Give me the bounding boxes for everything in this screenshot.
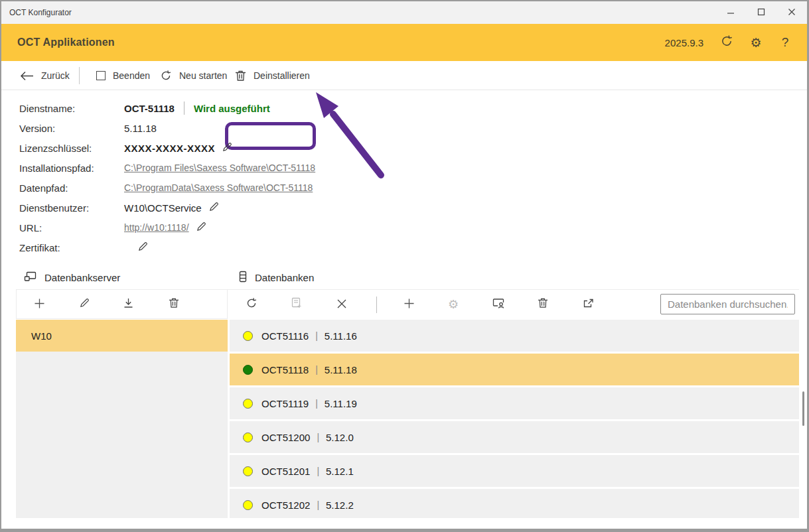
stop-service-button[interactable]: Beenden (96, 61, 150, 90)
command-toolbar: Zurück Beenden Neu starten Deinstalliere… (1, 61, 807, 90)
window-title: OCT Konfigurator (1, 8, 72, 17)
license-label: Lizenzschlüssel: (19, 143, 124, 154)
trash-icon (169, 297, 179, 312)
db-name: OCT51202 (261, 499, 310, 511)
scrollbar-thumb[interactable] (802, 391, 804, 426)
service-name-value: OCT-51118 (124, 103, 175, 114)
refresh-icon (720, 34, 733, 51)
edit-service-user-button[interactable] (208, 201, 220, 214)
refresh-databases-button[interactable] (238, 291, 265, 318)
edit-certificate-button[interactable] (137, 241, 149, 254)
delete-database-button[interactable] (530, 291, 556, 318)
back-arrow-icon (20, 71, 34, 81)
database-panel-header: Datenbanken (238, 265, 314, 289)
db-version: 5.12.2 (326, 499, 354, 511)
database-panel-title: Datenbanken (255, 272, 314, 283)
edit-server-button[interactable] (71, 291, 98, 318)
pencil-icon (208, 201, 220, 214)
data-path-label: Datenpfad: (19, 182, 124, 194)
trash-icon (235, 70, 246, 82)
database-list: OCT51116|5.11.16OCT51118|5.11.18OCT51119… (230, 320, 799, 518)
refresh-icon (246, 297, 257, 312)
settings-button[interactable]: ⚙ (743, 30, 769, 55)
detail-row-zertifikat: Zertifikat: (19, 237, 484, 257)
database-settings-button[interactable]: ⚙ (440, 291, 467, 318)
toolbar-divider (376, 297, 377, 313)
uninstall-button[interactable]: Deinstallieren (235, 61, 310, 90)
db-status-dot (243, 432, 253, 442)
back-label: Zurück (41, 70, 70, 81)
service-version-value: 5.11.18 (124, 123, 157, 134)
copy-database-button[interactable] (283, 291, 310, 318)
separator: | (317, 466, 319, 476)
server-row[interactable]: W10 (16, 320, 228, 352)
add-server-button[interactable] (26, 291, 52, 318)
server-list: W10 (16, 320, 228, 518)
separator: | (315, 330, 318, 341)
maximize-icon (757, 7, 765, 19)
edit-url-button[interactable] (196, 221, 207, 234)
close-icon (788, 7, 796, 19)
database-row[interactable]: OCT51201|5.12.1 (230, 455, 799, 487)
service-url-link[interactable]: http://w10:1118/ (124, 222, 189, 233)
toolbar-divider (79, 67, 80, 84)
share-icon (583, 298, 594, 312)
separator: | (315, 364, 318, 375)
export-database-button[interactable] (575, 291, 601, 318)
user-permissions-icon (492, 298, 505, 312)
trash-icon (538, 297, 548, 312)
db-name: OCT51118 (261, 364, 309, 375)
database-row[interactable]: OCT51200|5.12.0 (230, 421, 799, 453)
db-status-dot (243, 365, 253, 375)
page-title: OCT Applikationen (1, 36, 115, 48)
data-path-link[interactable]: C:\ProgramData\Saxess Software\OCT-51118 (124, 182, 313, 193)
delete-server-button[interactable] (161, 291, 187, 318)
pencil-icon (222, 141, 233, 155)
close-button[interactable] (776, 1, 807, 24)
uninstall-label: Deinstallieren (254, 70, 310, 81)
db-status-dot (243, 466, 253, 476)
detail-row-datenpfad: Datenpfad: C:\ProgramData\Saxess Softwar… (19, 178, 484, 198)
add-database-button[interactable] (396, 291, 422, 318)
db-name: OCT51201 (261, 466, 310, 477)
detail-row-lizenz: Lizenzschlüssel: XXXX-XXXX-XXXX (19, 138, 484, 158)
maximize-button[interactable] (746, 1, 776, 24)
version-label: Version: (19, 123, 124, 134)
database-search-input[interactable] (660, 294, 795, 314)
database-permissions-button[interactable] (485, 291, 512, 318)
url-label: URL: (19, 222, 124, 233)
detail-row-installpfad: Installationspfad: C:\Program Files\Saxe… (19, 158, 484, 178)
database-row[interactable]: OCT51118|5.11.18 (230, 354, 799, 385)
import-server-button[interactable] (115, 291, 141, 318)
refresh-button[interactable] (714, 30, 739, 55)
database-row[interactable]: OCT51202|5.12.2 (230, 489, 799, 518)
separator: | (315, 398, 318, 409)
minimize-button[interactable] (715, 1, 746, 24)
db-name: OCT51116 (261, 330, 309, 342)
server-panel-title: Datenbankserver (44, 272, 120, 283)
license-key-value: XXXX-XXXX-XXXX (124, 143, 215, 154)
restart-icon (160, 70, 172, 82)
db-status-dot (243, 399, 253, 409)
app-header: OCT Applikationen 2025.9.3 ⚙ ? (1, 24, 807, 61)
back-button[interactable]: Zurück (20, 61, 70, 90)
document-add-icon (291, 297, 302, 312)
title-bar: OCT Konfigurator (1, 1, 807, 24)
cancel-button[interactable] (329, 291, 355, 318)
server-icon (24, 271, 38, 285)
server-panel-header: Datenbankserver (24, 265, 120, 289)
edit-license-button[interactable] (222, 141, 233, 155)
database-row[interactable]: OCT51119|5.11.19 (230, 387, 799, 419)
service-user-value: W10\OCTService (124, 202, 202, 214)
db-version: 5.11.16 (325, 330, 357, 342)
install-path-label: Installationspfad: (19, 163, 124, 174)
plus-icon (35, 298, 44, 312)
help-button[interactable]: ? (772, 30, 798, 55)
separator: | (317, 499, 319, 510)
install-path-link[interactable]: C:\Program Files\Saxess Software\OCT-511… (124, 163, 315, 173)
db-name: OCT51200 (261, 432, 310, 443)
dienstname-label: Dienstname: (19, 103, 124, 114)
database-row[interactable]: OCT51116|5.11.16 (230, 320, 799, 352)
restart-service-button[interactable]: Neu starten (160, 61, 227, 90)
service-details: Dienstname: OCT-51118 Wird ausgeführt Ve… (19, 98, 484, 257)
